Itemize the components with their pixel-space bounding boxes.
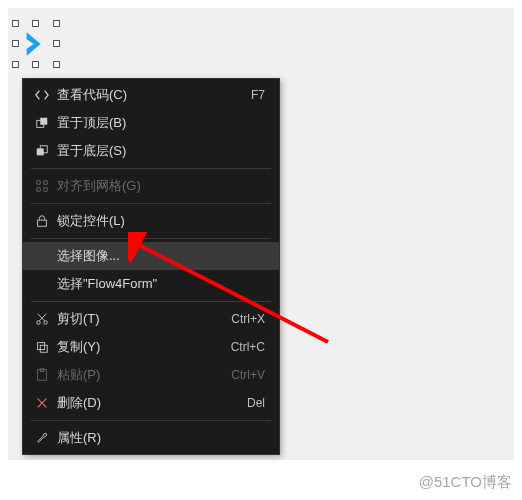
svg-rect-8 <box>40 345 47 352</box>
menu-label: 查看代码(C) <box>53 86 251 104</box>
resize-handle-bm[interactable] <box>32 61 39 68</box>
menu-item-select-image[interactable]: 选择图像... <box>23 242 279 270</box>
menu-item-view-code[interactable]: 查看代码(C) F7 <box>23 81 279 109</box>
menu-separator <box>31 238 271 239</box>
menu-item-send-back[interactable]: 置于底层(S) <box>23 137 279 165</box>
svg-rect-1 <box>40 118 47 125</box>
paste-icon <box>31 368 53 382</box>
menu-label: 删除(D) <box>53 394 247 412</box>
context-menu: 查看代码(C) F7 置于顶层(B) 置于底层(S) 对齐到网格(G) <box>22 78 280 455</box>
menu-item-lock[interactable]: 锁定控件(L) <box>23 207 279 235</box>
svg-rect-4 <box>38 220 47 226</box>
menu-label: 选择图像... <box>53 247 269 265</box>
menu-item-paste: 粘贴(P) Ctrl+V <box>23 361 279 389</box>
menu-label: 锁定控件(L) <box>53 212 269 230</box>
delete-icon <box>31 396 53 410</box>
menu-separator <box>31 168 271 169</box>
menu-separator <box>31 420 271 421</box>
resize-handle-ml[interactable] <box>12 40 19 47</box>
svg-point-5 <box>37 321 41 325</box>
menu-label: 选择"Flow4Form" <box>53 275 269 293</box>
menu-item-delete[interactable]: 删除(D) Del <box>23 389 279 417</box>
cut-icon <box>31 312 53 326</box>
menu-label: 复制(Y) <box>53 338 231 356</box>
chevron-right-icon <box>22 30 50 58</box>
menu-item-select-flow4form[interactable]: 选择"Flow4Form" <box>23 270 279 298</box>
wrench-icon <box>31 431 53 445</box>
resize-handle-mr[interactable] <box>53 40 60 47</box>
menu-item-properties[interactable]: 属性(R) <box>23 424 279 452</box>
copy-icon <box>31 340 53 354</box>
selected-control[interactable] <box>12 20 60 68</box>
send-back-icon <box>31 144 53 158</box>
svg-point-6 <box>44 321 48 325</box>
align-grid-icon <box>31 179 53 193</box>
menu-shortcut: Ctrl+C <box>231 340 269 354</box>
menu-label: 置于底层(S) <box>53 142 269 160</box>
resize-handle-br[interactable] <box>53 61 60 68</box>
menu-label: 粘贴(P) <box>53 366 231 384</box>
menu-label: 对齐到网格(G) <box>53 177 269 195</box>
resize-handle-tr[interactable] <box>53 20 60 27</box>
menu-item-align-grid: 对齐到网格(G) <box>23 172 279 200</box>
menu-label: 属性(R) <box>53 429 269 447</box>
menu-shortcut: Ctrl+V <box>231 368 269 382</box>
resize-handle-bl[interactable] <box>12 61 19 68</box>
menu-shortcut: Ctrl+X <box>231 312 269 326</box>
menu-label: 置于顶层(B) <box>53 114 269 132</box>
menu-item-cut[interactable]: 剪切(T) Ctrl+X <box>23 305 279 333</box>
menu-item-bring-front[interactable]: 置于顶层(B) <box>23 109 279 137</box>
menu-shortcut: Del <box>247 396 269 410</box>
code-icon <box>31 88 53 102</box>
menu-separator <box>31 203 271 204</box>
menu-item-copy[interactable]: 复制(Y) Ctrl+C <box>23 333 279 361</box>
resize-handle-tm[interactable] <box>32 20 39 27</box>
menu-label: 剪切(T) <box>53 310 231 328</box>
svg-rect-3 <box>37 148 44 155</box>
menu-separator <box>31 301 271 302</box>
design-canvas[interactable]: 查看代码(C) F7 置于顶层(B) 置于底层(S) 对齐到网格(G) <box>8 8 514 460</box>
svg-rect-7 <box>38 343 45 350</box>
menu-shortcut: F7 <box>251 88 269 102</box>
resize-handle-tl[interactable] <box>12 20 19 27</box>
lock-icon <box>31 214 53 228</box>
bring-front-icon <box>31 116 53 130</box>
watermark: @51CTO博客 <box>419 473 512 492</box>
